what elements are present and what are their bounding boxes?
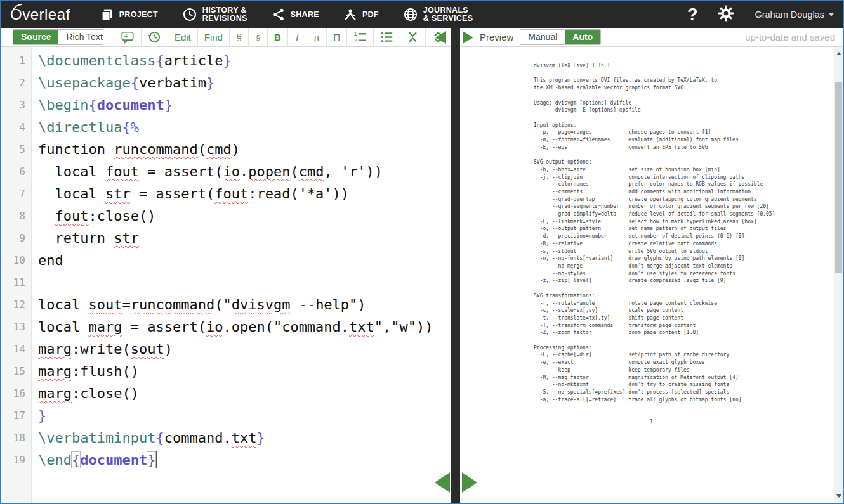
find-button[interactable]: Find — [197, 28, 229, 46]
inline-math-button[interactable]: π — [307, 28, 326, 46]
code-line[interactable]: marg:write(sout) — [32, 338, 451, 360]
code-line[interactable]: \directlua{% — [32, 116, 451, 138]
scroll-up-icon[interactable] — [836, 52, 841, 55]
share-icon — [272, 8, 286, 22]
line-number: 16 — [1, 382, 25, 404]
code-line[interactable]: local marg = assert(io.open("command.txt… — [32, 316, 451, 338]
numbered-list-button[interactable]: 1 2 — [346, 28, 373, 46]
code-line[interactable]: \documentclass{article} — [32, 49, 451, 72]
code-line[interactable]: } — [32, 404, 451, 427]
code-line[interactable]: fout:close() — [32, 205, 451, 227]
source-richtext-toggle: Source Rich Text — [13, 29, 103, 45]
code-line[interactable]: \begin{document} — [32, 94, 451, 116]
code-token: fout — [214, 186, 248, 202]
auto-compile-button[interactable]: Auto — [565, 30, 600, 44]
code-line[interactable]: marg:close() — [32, 382, 451, 404]
toolbar-row: Source Rich Text — [1, 28, 843, 47]
menu-share[interactable]: SHARE — [272, 8, 319, 22]
code-line[interactable]: end — [32, 249, 451, 271]
collapse-editor-pane-button[interactable] — [435, 31, 446, 44]
code-token: ) — [164, 341, 173, 357]
leaf-icon — [11, 4, 23, 11]
code-line[interactable]: \end{document} — [32, 449, 451, 471]
code-line[interactable] — [32, 271, 451, 294]
line-number: 15 — [1, 360, 25, 382]
line-number: 3 — [1, 94, 25, 116]
overleaf-window: Overleaf PROJECT HISTORY &REVISIONS — [0, 0, 844, 504]
menu-pdf[interactable]: PDF — [343, 8, 379, 22]
code-line[interactable]: return str — [32, 227, 451, 249]
menu-project[interactable]: PROJECT — [100, 8, 158, 22]
line-number: 7 — [1, 183, 25, 205]
pane-divider[interactable] — [451, 47, 460, 503]
rich-text-tab[interactable]: Rich Text — [58, 30, 103, 44]
code-token: runcommand — [114, 141, 197, 157]
code-token: cmd — [206, 141, 232, 157]
settings-button[interactable] — [718, 5, 734, 24]
overleaf-logo[interactable]: Overleaf — [10, 6, 70, 23]
line-number-gutter: 12345678910111213141516171819 — [1, 49, 25, 471]
code-token: \usepackage — [38, 75, 131, 91]
code-token: = assert( — [139, 164, 223, 179]
code-token: (" — [214, 297, 232, 313]
code-token: verbatim — [139, 75, 206, 91]
scrollbar-thumb[interactable] — [835, 82, 842, 273]
code-token: { — [155, 53, 164, 68]
line-number: 13 — [1, 316, 25, 338]
collapse-lines-button[interactable] — [400, 28, 425, 46]
code-token — [38, 208, 55, 224]
code-line[interactable]: \usepackage{verbatim} — [32, 72, 451, 94]
code-token: } — [38, 408, 46, 423]
code-token: command. — [164, 430, 232, 446]
menu-history-revisions[interactable]: HISTORY &REVISIONS — [182, 6, 247, 23]
code-token: txt — [349, 319, 374, 335]
pane-divider-top[interactable] — [451, 28, 460, 47]
top-navbar: Overleaf PROJECT HISTORY &REVISIONS — [1, 1, 843, 28]
bullet-list-button[interactable] — [373, 28, 400, 46]
code-token: popen — [248, 164, 290, 179]
help-button[interactable]: ? — [687, 6, 698, 23]
scroll-down-icon[interactable] — [836, 494, 841, 498]
menu-share-label: SHARE — [291, 11, 319, 19]
expand-preview-pane-button[interactable] — [463, 31, 473, 44]
track-changes-history-button[interactable] — [141, 28, 168, 46]
line-number: 9 — [1, 227, 25, 249]
compile-mode-toggle: Manual Auto — [520, 29, 601, 45]
line-number: 10 — [1, 249, 25, 271]
code-token: ) — [232, 141, 240, 157]
globe-icon — [403, 7, 418, 22]
bold-button[interactable]: B — [267, 28, 287, 46]
code-token: :close() — [88, 208, 155, 224]
collapse-editor-bottom-button[interactable] — [435, 472, 450, 493]
expand-preview-bottom-button[interactable] — [462, 472, 477, 493]
code-line[interactable]: local str = assert(fout:read('*a')) — [32, 183, 451, 205]
manual-compile-button[interactable]: Manual — [520, 30, 565, 44]
italic-button[interactable]: I — [287, 28, 307, 46]
source-tab[interactable]: Source — [13, 30, 58, 44]
code-token: sout — [131, 341, 164, 357]
code-token: txt — [232, 430, 257, 446]
code-line[interactable]: local fout = assert(io.popen(cmd, 'r')) — [32, 160, 451, 183]
add-comment-button[interactable] — [114, 28, 141, 46]
code-line[interactable]: marg:flush() — [32, 360, 451, 382]
code-token: } — [206, 75, 214, 91]
pdf-scrollbar[interactable] — [834, 47, 843, 503]
code-token: . — [240, 164, 248, 179]
code-token: io — [223, 164, 240, 179]
menu-journals-services[interactable]: JOURNALS& SERVICES — [403, 6, 473, 23]
code-token: ( — [290, 164, 298, 179]
code-line[interactable]: function runcommand(cmd) — [32, 138, 451, 160]
edit-button[interactable]: Edit — [168, 28, 197, 46]
code-line[interactable]: \verbatiminput{command.txt} — [32, 427, 451, 449]
code-token: } — [223, 53, 231, 68]
code-token: document — [97, 97, 164, 113]
subsection-button[interactable]: § — [248, 28, 267, 46]
chevron-down-icon — [829, 13, 834, 16]
section-button[interactable]: § — [229, 28, 248, 46]
code-token: dvisvgm — [232, 297, 291, 313]
user-menu[interactable]: Graham Douglas — [755, 10, 834, 20]
code-line[interactable]: local sout=runcommand("dvisvgm --help") — [32, 294, 451, 316]
code-token: { — [72, 452, 80, 468]
history-icon — [148, 30, 161, 44]
display-math-button[interactable]: Π — [326, 28, 346, 46]
